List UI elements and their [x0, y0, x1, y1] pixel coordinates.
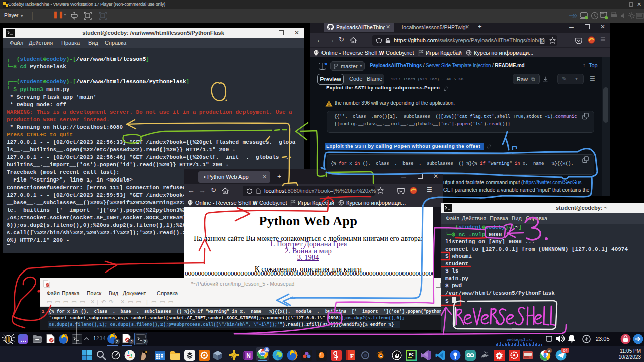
svg-text:2: 2 [144, 339, 146, 344]
svg-text:sevtrise.mp3 ♫♪♫: sevtrise.mp3 ♫♪♫ [507, 338, 533, 342]
svg-text:PC: PC [409, 353, 414, 356]
svg-text:F: F [350, 352, 354, 360]
svg-text:2: 2 [116, 339, 118, 344]
svg-text:A: A [548, 349, 551, 353]
svg-text:N: N [246, 352, 251, 359]
svg-text:2: 2 [130, 339, 133, 344]
svg-text:64: 64 [564, 349, 568, 352]
